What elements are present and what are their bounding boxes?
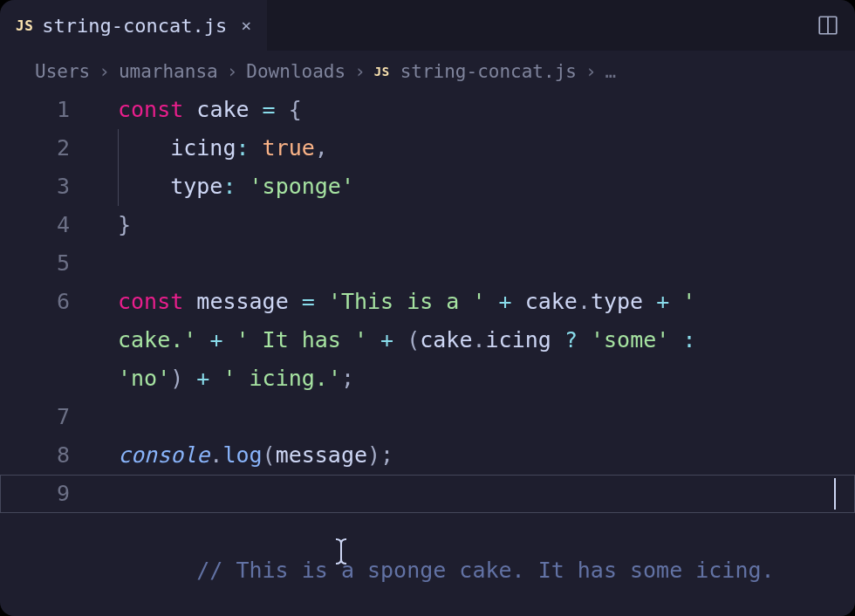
property-token: type — [170, 174, 222, 199]
operator-token: + — [499, 289, 512, 314]
function-token: log — [222, 442, 262, 468]
js-file-icon: JS — [374, 65, 390, 79]
operator-token: : — [682, 327, 695, 352]
identifier-token: cake — [196, 97, 249, 122]
breadcrumb-umarhansa[interactable]: umarhansa — [119, 61, 218, 82]
line-number: 6 — [0, 283, 92, 321]
punct-token: ; — [380, 442, 393, 468]
line-number-gutter: 1 2 3 4 5 6 7 8 9 — [0, 91, 92, 513]
indent-guide — [118, 168, 119, 206]
code-line[interactable]: const cake = { — [118, 91, 846, 129]
current-line-highlight — [0, 475, 855, 513]
mouse-ibeam-cursor-icon — [333, 537, 349, 572]
operator-token: + — [209, 327, 222, 352]
code-line[interactable]: const message = 'This is a ' + cake.type… — [118, 283, 846, 321]
identifier-token: cake — [525, 289, 578, 314]
string-token: ' It has ' — [236, 327, 368, 352]
operator-token: = — [302, 289, 315, 314]
punct-token: , — [315, 135, 328, 161]
punct-token: ( — [263, 442, 276, 468]
indent-guide — [118, 129, 119, 168]
close-tab-icon[interactable]: × — [236, 15, 251, 36]
file-tab-string-concat[interactable]: JS string-concat.js × — [0, 0, 267, 51]
line-number: 7 — [0, 398, 92, 436]
breadcrumb-overflow[interactable]: … — [605, 61, 617, 82]
punct-token: ; — [341, 366, 354, 391]
line-number — [0, 359, 92, 398]
operator-token: = — [263, 97, 276, 122]
string-token: ' — [669, 289, 695, 314]
operator-token: + — [196, 366, 209, 391]
string-token: 'no' — [118, 366, 170, 391]
code-content[interactable]: const cake = { icing: true, type: 'spong… — [118, 91, 855, 513]
editor-tabs-bar: JS string-concat.js × — [0, 0, 855, 51]
editor-actions-group — [817, 14, 855, 37]
line-number: 1 — [0, 91, 92, 129]
line-number: 5 — [0, 244, 92, 283]
chevron-right-icon: › — [352, 61, 367, 82]
punct-token: ) — [367, 442, 380, 468]
code-line-wrap[interactable]: cake.' + ' It has ' + (cake.icing ? 'som… — [118, 321, 846, 359]
tab-filename: string-concat.js — [42, 15, 227, 37]
chevron-right-icon: › — [225, 61, 240, 82]
code-line[interactable]: type: 'sponge' — [118, 168, 846, 206]
operator-token: : — [222, 174, 236, 199]
line-number: 2 — [0, 129, 92, 168]
chevron-right-icon: › — [97, 61, 112, 82]
breadcrumb-file[interactable]: string-concat.js — [400, 61, 577, 82]
code-line-wrap[interactable]: 'no') + ' icing.'; — [118, 359, 846, 398]
js-file-icon: JS — [16, 17, 33, 34]
line-number: 3 — [0, 168, 92, 206]
comment-token: // This is a sponge cake. It has some ic… — [196, 558, 774, 583]
boolean-token: true — [263, 135, 315, 161]
punct-token: . — [578, 289, 591, 314]
line-number — [0, 321, 92, 359]
split-editor-icon[interactable] — [817, 14, 839, 37]
string-token: 'sponge' — [250, 174, 354, 199]
code-line[interactable] — [118, 244, 846, 283]
text-cursor — [834, 478, 836, 510]
string-token: cake.' — [118, 327, 196, 352]
operator-token: ? — [564, 327, 578, 352]
code-line[interactable]: } — [118, 206, 846, 244]
identifier-token: message — [196, 289, 288, 314]
property-token: icing — [170, 135, 236, 161]
object-token: console — [118, 442, 209, 468]
punct-token: ( — [407, 327, 420, 352]
breadcrumb-users[interactable]: Users — [35, 61, 90, 82]
code-line[interactable] — [118, 398, 846, 436]
keyword-token: const — [118, 97, 183, 122]
chevron-right-icon: › — [584, 61, 598, 82]
operator-token: + — [380, 327, 393, 352]
identifier-token: cake — [420, 327, 472, 352]
code-line[interactable]: icing: true, — [118, 129, 846, 168]
line-number: 4 — [0, 206, 92, 244]
property-token: icing — [486, 327, 551, 352]
breadcrumb-bar[interactable]: Users › umarhansa › Downloads › JS strin… — [0, 51, 855, 91]
line-number: 9 — [0, 475, 92, 513]
operator-token: : — [236, 135, 249, 161]
code-editor[interactable]: 1 2 3 4 5 6 7 8 9 const cake = { icing: … — [0, 91, 855, 513]
string-token: 'some' — [591, 327, 669, 352]
punct-token: } — [118, 212, 131, 237]
code-line[interactable]: console.log(message); — [118, 436, 846, 475]
punct-token: . — [209, 442, 222, 468]
punct-token: . — [472, 327, 485, 352]
keyword-token: const — [118, 289, 183, 314]
punct-token: { — [289, 97, 302, 122]
property-token: type — [591, 289, 643, 314]
code-line-active[interactable]: // This is a sponge cake. It has some ic… — [118, 475, 846, 513]
line-number: 8 — [0, 436, 92, 475]
breadcrumb-downloads[interactable]: Downloads — [246, 61, 345, 82]
string-token: 'This is a ' — [328, 289, 486, 314]
string-token: ' icing.' — [222, 366, 340, 391]
identifier-token: message — [276, 442, 367, 468]
operator-token: + — [656, 289, 669, 314]
punct-token: ) — [170, 366, 183, 391]
